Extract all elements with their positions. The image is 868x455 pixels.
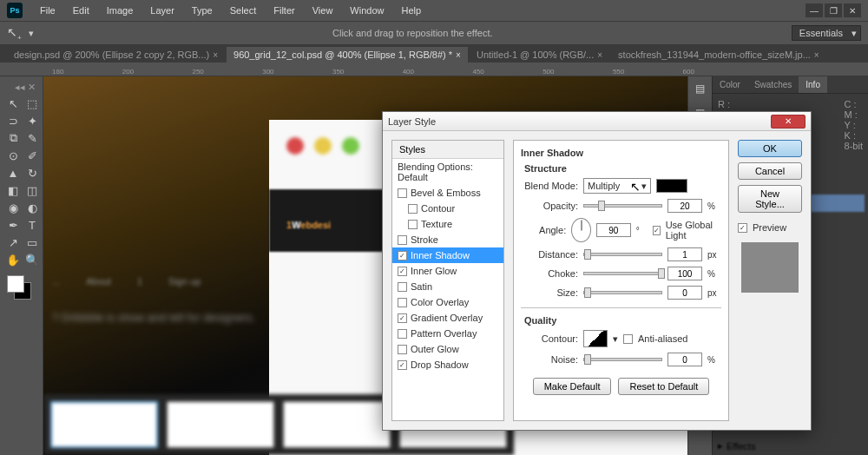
document-tab[interactable]: 960_grid_12_col.psd @ 400% (Ellipse 1, R… (227, 47, 468, 63)
style-gradient-overlay[interactable]: Gradient Overlay (392, 310, 503, 326)
eyedropper-tool-icon[interactable]: ✎ (23, 129, 42, 147)
path-tool-icon[interactable]: ↗ (3, 234, 23, 251)
zoom-tool-icon[interactable]: 🔍 (23, 251, 42, 268)
minimize-button[interactable]: — (806, 3, 823, 17)
swatches-panel-tab[interactable]: Swatches (747, 76, 799, 93)
blend-mode-combo[interactable]: Multiply▾ (583, 178, 651, 194)
marquee-tool-icon[interactable]: ⬚ (23, 95, 42, 112)
style-satin[interactable]: Satin (392, 279, 503, 294)
menu-file[interactable]: File (31, 5, 64, 16)
healing-tool-icon[interactable]: ⊙ (3, 147, 23, 164)
dodge-tool-icon[interactable]: ◐ (23, 199, 42, 216)
tab-close-icon[interactable]: × (814, 50, 819, 60)
histogram-icon[interactable]: ▤ (692, 80, 709, 97)
new-style-button[interactable]: New Style... (738, 185, 802, 213)
style-checkbox[interactable] (398, 188, 407, 198)
document-tab[interactable]: stockfresh_131944_modern-office_sizeM.jp… (611, 47, 826, 63)
style-checkbox[interactable] (398, 298, 407, 307)
make-default-button[interactable]: Make Default (533, 378, 612, 395)
hand-tool-icon[interactable]: ✋ (3, 251, 23, 268)
thumbnail[interactable] (283, 401, 391, 448)
style-checkbox[interactable] (408, 220, 418, 229)
style-inner-shadow[interactable]: Inner Shadow (392, 247, 503, 263)
style-checkbox[interactable] (398, 235, 407, 245)
menu-window[interactable]: Window (341, 5, 392, 16)
toolbox-collapse-icon[interactable]: ◂◂ ✕ (3, 80, 39, 95)
opacity-slider[interactable] (583, 204, 662, 208)
shadow-color-swatch[interactable] (656, 179, 687, 193)
crop-tool-icon[interactable]: ⧉ (3, 129, 23, 147)
style-checkbox[interactable] (398, 267, 407, 276)
anti-aliased-checkbox[interactable] (623, 334, 633, 344)
blending-options-item[interactable]: Blending Options: Default (392, 159, 503, 185)
style-inner-glow[interactable]: Inner Glow (392, 263, 503, 279)
contour-picker[interactable] (583, 330, 608, 347)
menu-layer[interactable]: Layer (141, 5, 183, 16)
workspace-selector[interactable]: Essentials ▾ (792, 25, 861, 41)
menu-select[interactable]: Select (221, 5, 266, 16)
fg-color-swatch[interactable] (7, 275, 24, 293)
size-input[interactable] (667, 286, 702, 300)
distance-input[interactable] (667, 247, 702, 261)
pen-tool-icon[interactable]: ✒ (3, 216, 23, 234)
menu-type[interactable]: Type (183, 5, 221, 16)
menu-view[interactable]: View (304, 5, 342, 16)
style-texture[interactable]: Texture (392, 216, 503, 232)
blur-tool-icon[interactable]: ◉ (3, 199, 23, 216)
effects-row[interactable]: ▸ Effects (713, 437, 868, 455)
history-brush-icon[interactable]: ↻ (23, 164, 42, 181)
style-stroke[interactable]: Stroke (392, 232, 503, 247)
thumbnail[interactable] (167, 401, 274, 448)
eraser-tool-icon[interactable]: ◧ (3, 181, 23, 199)
tab-close-icon[interactable]: × (597, 50, 602, 60)
style-bevel-emboss[interactable]: Bevel & Emboss (392, 185, 503, 201)
close-window-button[interactable]: ✕ (844, 3, 861, 17)
noise-input[interactable] (667, 353, 702, 366)
tab-close-icon[interactable]: × (456, 50, 461, 60)
style-outer-glow[interactable]: Outer Glow (392, 341, 503, 357)
style-drop-shadow[interactable]: Drop Shadow (392, 357, 503, 373)
cancel-button[interactable]: Cancel (738, 162, 802, 180)
move-tool-icon[interactable]: ↖ (3, 95, 23, 112)
angle-input[interactable] (596, 223, 631, 237)
style-checkbox[interactable] (398, 360, 407, 370)
gradient-tool-icon[interactable]: ◫ (23, 181, 42, 199)
style-color-overlay[interactable]: Color Overlay (392, 294, 503, 310)
styles-header[interactable]: Styles (392, 141, 503, 159)
type-tool-icon[interactable]: T (23, 216, 42, 234)
menu-filter[interactable]: Filter (265, 5, 303, 16)
document-tab[interactable]: design.psd @ 200% (Ellipse 2 copy 2, RGB… (7, 47, 225, 63)
preview-checkbox[interactable] (738, 223, 747, 233)
style-checkbox[interactable] (398, 345, 407, 354)
menu-edit[interactable]: Edit (64, 5, 98, 16)
color-panel-tab[interactable]: Color (713, 76, 747, 93)
noise-slider[interactable] (583, 358, 662, 361)
lasso-tool-icon[interactable]: ⊃ (3, 112, 23, 129)
info-panel-tab[interactable]: Info (799, 76, 827, 93)
ok-button[interactable]: OK (738, 140, 802, 157)
style-checkbox[interactable] (398, 282, 407, 292)
choke-input[interactable] (667, 267, 702, 280)
thumbnail[interactable] (50, 401, 158, 448)
size-slider[interactable] (583, 291, 662, 294)
style-pattern-overlay[interactable]: Pattern Overlay (392, 326, 503, 341)
style-checkbox[interactable] (408, 204, 418, 214)
document-tab[interactable]: Untitled-1 @ 100% (RGB/... × (470, 47, 609, 63)
move-tool-icon[interactable]: ↖+ (7, 25, 22, 42)
use-global-light-checkbox[interactable] (653, 226, 661, 235)
tab-close-icon[interactable]: × (213, 50, 218, 60)
menu-image[interactable]: Image (98, 5, 142, 16)
style-checkbox[interactable] (398, 329, 407, 339)
style-checkbox[interactable] (398, 251, 407, 260)
shape-tool-icon[interactable]: ▭ (23, 234, 42, 251)
reset-default-button[interactable]: Reset to Default (618, 378, 709, 395)
style-contour[interactable]: Contour (392, 201, 503, 216)
distance-slider[interactable] (583, 253, 662, 256)
maximize-button[interactable]: ❐ (825, 3, 842, 17)
style-checkbox[interactable] (398, 313, 407, 323)
angle-dial[interactable] (571, 218, 591, 242)
dialog-close-button[interactable]: ✕ (771, 115, 806, 129)
wand-tool-icon[interactable]: ✦ (23, 112, 42, 129)
opacity-input[interactable] (667, 199, 702, 213)
stamp-tool-icon[interactable]: ▲ (3, 164, 23, 181)
